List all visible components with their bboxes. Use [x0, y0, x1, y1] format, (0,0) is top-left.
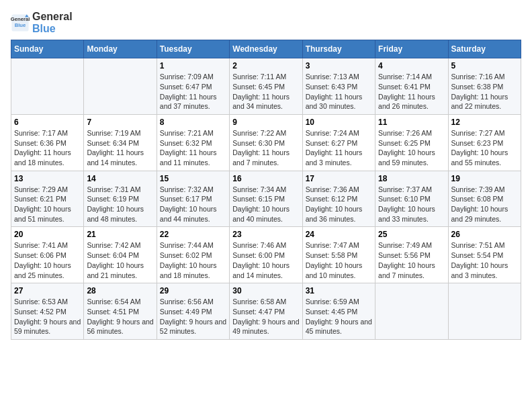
day-detail: Sunrise: 7:31 AMSunset: 6:19 PMDaylight:… [87, 185, 153, 224]
day-detail: Sunrise: 7:49 AMSunset: 5:56 PMDaylight:… [378, 240, 445, 280]
day-cell: 24Sunrise: 7:47 AMSunset: 5:58 PMDayligh… [302, 227, 375, 283]
day-cell: 3Sunrise: 7:13 AMSunset: 6:43 PMDaylight… [302, 58, 375, 115]
day-detail: Sunrise: 7:41 AMSunset: 6:06 PMDaylight:… [14, 240, 81, 280]
day-number: 14 [87, 174, 153, 183]
header-cell-saturday: Saturday [448, 40, 521, 58]
day-number: 5 [451, 61, 518, 71]
day-cell: 5Sunrise: 7:16 AMSunset: 6:38 PMDaylight… [448, 58, 521, 115]
day-detail: Sunrise: 7:32 AMSunset: 6:17 PMDaylight:… [160, 185, 226, 224]
day-number: 13 [14, 174, 81, 183]
day-detail: Sunrise: 7:47 AMSunset: 5:58 PMDaylight:… [306, 240, 372, 280]
day-cell: 31Sunrise: 6:59 AMSunset: 4:45 PMDayligh… [302, 283, 375, 340]
day-detail: Sunrise: 7:09 AMSunset: 6:47 PMDaylight:… [160, 72, 226, 111]
day-cell: 21Sunrise: 7:42 AMSunset: 6:04 PMDayligh… [84, 227, 157, 283]
day-number: 26 [451, 230, 518, 239]
day-detail: Sunrise: 6:59 AMSunset: 4:45 PMDaylight:… [306, 297, 372, 336]
day-cell: 17Sunrise: 7:36 AMSunset: 6:12 PMDayligh… [302, 171, 375, 227]
week-row-1: 1Sunrise: 7:09 AMSunset: 6:47 PMDaylight… [11, 58, 521, 115]
header-cell-wednesday: Wednesday [230, 40, 302, 58]
day-detail: Sunrise: 7:51 AMSunset: 5:54 PMDaylight:… [451, 240, 518, 280]
day-detail: Sunrise: 7:24 AMSunset: 6:27 PMDaylight:… [306, 128, 372, 168]
calendar-body: 1Sunrise: 7:09 AMSunset: 6:47 PMDaylight… [11, 58, 521, 340]
day-number: 29 [160, 286, 226, 295]
day-cell: 23Sunrise: 7:46 AMSunset: 6:00 PMDayligh… [230, 227, 302, 283]
logo-text: GeneralBlue [32, 11, 73, 34]
logo: General Blue GeneralBlue [11, 11, 73, 34]
day-detail: Sunrise: 7:37 AMSunset: 6:10 PMDaylight:… [378, 185, 445, 224]
day-cell: 15Sunrise: 7:32 AMSunset: 6:17 PMDayligh… [157, 171, 229, 227]
day-cell: 10Sunrise: 7:24 AMSunset: 6:27 PMDayligh… [302, 114, 375, 171]
day-detail: Sunrise: 7:14 AMSunset: 6:41 PMDaylight:… [378, 72, 445, 111]
day-detail: Sunrise: 7:17 AMSunset: 6:36 PMDaylight:… [14, 128, 81, 168]
day-detail: Sunrise: 7:46 AMSunset: 6:00 PMDaylight:… [232, 240, 299, 280]
day-detail: Sunrise: 7:42 AMSunset: 6:04 PMDaylight:… [87, 240, 153, 280]
day-detail: Sunrise: 6:54 AMSunset: 4:51 PMDaylight:… [87, 297, 153, 336]
day-cell: 4Sunrise: 7:14 AMSunset: 6:41 PMDaylight… [375, 58, 448, 115]
day-cell: 20Sunrise: 7:41 AMSunset: 6:06 PMDayligh… [11, 227, 84, 283]
day-cell: 9Sunrise: 7:22 AMSunset: 6:30 PMDaylight… [230, 114, 302, 171]
header-cell-tuesday: Tuesday [157, 40, 229, 58]
week-row-5: 27Sunrise: 6:53 AMSunset: 4:52 PMDayligh… [11, 283, 521, 340]
day-cell: 8Sunrise: 7:21 AMSunset: 6:32 PMDaylight… [157, 114, 229, 171]
day-detail: Sunrise: 7:11 AMSunset: 6:45 PMDaylight:… [232, 72, 299, 111]
day-cell: 16Sunrise: 7:34 AMSunset: 6:15 PMDayligh… [230, 171, 302, 227]
day-cell: 28Sunrise: 6:54 AMSunset: 4:51 PMDayligh… [84, 283, 157, 340]
day-number: 10 [306, 118, 372, 127]
day-number: 6 [14, 118, 81, 127]
day-cell [448, 283, 521, 340]
day-number: 24 [306, 230, 372, 239]
day-number: 28 [87, 286, 153, 295]
day-cell [11, 58, 84, 115]
day-detail: Sunrise: 7:44 AMSunset: 6:02 PMDaylight:… [160, 240, 226, 280]
day-number: 3 [306, 61, 372, 71]
svg-text:Blue: Blue [15, 21, 26, 28]
day-cell: 12Sunrise: 7:27 AMSunset: 6:23 PMDayligh… [448, 114, 521, 171]
week-row-3: 13Sunrise: 7:29 AMSunset: 6:21 PMDayligh… [11, 171, 521, 227]
day-cell: 26Sunrise: 7:51 AMSunset: 5:54 PMDayligh… [448, 227, 521, 283]
day-cell: 14Sunrise: 7:31 AMSunset: 6:19 PMDayligh… [84, 171, 157, 227]
day-detail: Sunrise: 7:19 AMSunset: 6:34 PMDaylight:… [87, 128, 153, 168]
logo-icon: General Blue [11, 13, 30, 32]
day-detail: Sunrise: 7:29 AMSunset: 6:21 PMDaylight:… [14, 185, 81, 224]
day-number: 21 [87, 230, 153, 239]
day-cell: 19Sunrise: 7:39 AMSunset: 6:08 PMDayligh… [448, 171, 521, 227]
week-row-4: 20Sunrise: 7:41 AMSunset: 6:06 PMDayligh… [11, 227, 521, 283]
day-detail: Sunrise: 7:21 AMSunset: 6:32 PMDaylight:… [160, 128, 226, 168]
day-number: 19 [451, 174, 518, 183]
day-cell: 27Sunrise: 6:53 AMSunset: 4:52 PMDayligh… [11, 283, 84, 340]
day-detail: Sunrise: 7:26 AMSunset: 6:25 PMDaylight:… [378, 128, 445, 168]
day-number: 17 [306, 174, 372, 183]
day-detail: Sunrise: 6:56 AMSunset: 4:49 PMDaylight:… [160, 297, 226, 336]
day-cell: 22Sunrise: 7:44 AMSunset: 6:02 PMDayligh… [157, 227, 229, 283]
day-cell: 18Sunrise: 7:37 AMSunset: 6:10 PMDayligh… [375, 171, 448, 227]
day-cell: 29Sunrise: 6:56 AMSunset: 4:49 PMDayligh… [157, 283, 229, 340]
day-detail: Sunrise: 7:39 AMSunset: 6:08 PMDaylight:… [451, 185, 518, 224]
day-number: 9 [232, 118, 299, 127]
day-cell: 25Sunrise: 7:49 AMSunset: 5:56 PMDayligh… [375, 227, 448, 283]
header-cell-thursday: Thursday [302, 40, 375, 58]
day-number: 11 [378, 118, 445, 127]
day-detail: Sunrise: 7:27 AMSunset: 6:23 PMDaylight:… [451, 128, 518, 168]
day-detail: Sunrise: 7:16 AMSunset: 6:38 PMDaylight:… [451, 72, 518, 111]
day-detail: Sunrise: 6:58 AMSunset: 4:47 PMDaylight:… [232, 297, 299, 336]
day-cell: 30Sunrise: 6:58 AMSunset: 4:47 PMDayligh… [230, 283, 302, 340]
day-detail: Sunrise: 6:53 AMSunset: 4:52 PMDaylight:… [14, 297, 81, 336]
day-cell: 1Sunrise: 7:09 AMSunset: 6:47 PMDaylight… [157, 58, 229, 115]
day-cell: 6Sunrise: 7:17 AMSunset: 6:36 PMDaylight… [11, 114, 84, 171]
day-cell: 13Sunrise: 7:29 AMSunset: 6:21 PMDayligh… [11, 171, 84, 227]
day-cell: 7Sunrise: 7:19 AMSunset: 6:34 PMDaylight… [84, 114, 157, 171]
day-number: 4 [378, 61, 445, 71]
day-number: 22 [160, 230, 226, 239]
header-cell-monday: Monday [84, 40, 157, 58]
day-detail: Sunrise: 7:34 AMSunset: 6:15 PMDaylight:… [232, 185, 299, 224]
day-number: 15 [160, 174, 226, 183]
day-number: 2 [232, 61, 299, 71]
day-cell [375, 283, 448, 340]
day-number: 1 [160, 61, 226, 71]
day-number: 7 [87, 118, 153, 127]
page-header: General Blue GeneralBlue [11, 11, 521, 34]
day-number: 23 [232, 230, 299, 239]
day-number: 25 [378, 230, 445, 239]
calendar-header: SundayMondayTuesdayWednesdayThursdayFrid… [11, 40, 521, 58]
day-detail: Sunrise: 7:36 AMSunset: 6:12 PMDaylight:… [306, 185, 372, 224]
